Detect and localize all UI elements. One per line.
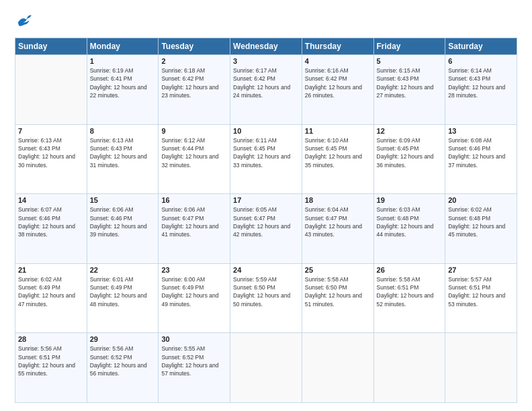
day-number: 2 [161, 57, 227, 65]
day-number: 20 [448, 196, 514, 204]
day-number: 21 [18, 266, 84, 274]
calendar-cell: 15Sunrise: 6:06 AMSunset: 6:46 PMDayligh… [87, 194, 159, 264]
weekday-header: Tuesday [159, 38, 230, 55]
calendar-cell: 7Sunrise: 6:13 AMSunset: 6:43 PMDaylight… [15, 124, 87, 194]
weekday-header: Sunday [15, 38, 87, 55]
day-info: Sunrise: 6:00 AMSunset: 6:49 PMDaylight:… [161, 275, 227, 308]
calendar-cell: 5Sunrise: 6:15 AMSunset: 6:43 PMDaylight… [373, 55, 445, 125]
day-info: Sunrise: 6:02 AMSunset: 6:49 PMDaylight:… [18, 275, 84, 308]
day-number: 7 [18, 127, 84, 135]
day-number: 5 [377, 57, 443, 65]
calendar-cell: 28Sunrise: 5:56 AMSunset: 6:51 PMDayligh… [15, 333, 87, 403]
calendar-cell: 3Sunrise: 6:17 AMSunset: 6:42 PMDaylight… [230, 55, 302, 125]
calendar-cell [445, 333, 517, 403]
day-info: Sunrise: 6:03 AMSunset: 6:48 PMDaylight:… [377, 205, 443, 238]
day-number: 10 [233, 127, 299, 135]
weekday-header: Saturday [445, 38, 517, 55]
calendar-cell: 10Sunrise: 6:11 AMSunset: 6:45 PMDayligh… [230, 124, 302, 194]
day-info: Sunrise: 6:11 AMSunset: 6:45 PMDaylight:… [233, 136, 299, 169]
day-number: 14 [18, 196, 84, 204]
calendar-cell: 30Sunrise: 5:55 AMSunset: 6:52 PMDayligh… [159, 333, 230, 403]
calendar-cell: 17Sunrise: 6:05 AMSunset: 6:47 PMDayligh… [230, 194, 302, 264]
calendar-cell: 25Sunrise: 5:58 AMSunset: 6:50 PMDayligh… [302, 263, 373, 333]
calendar-cell: 22Sunrise: 6:01 AMSunset: 6:49 PMDayligh… [87, 263, 159, 333]
calendar-cell: 4Sunrise: 6:16 AMSunset: 6:42 PMDaylight… [302, 55, 373, 125]
day-number: 17 [233, 196, 299, 204]
weekday-header: Wednesday [230, 38, 302, 55]
day-info: Sunrise: 6:01 AMSunset: 6:49 PMDaylight:… [90, 275, 156, 308]
day-number: 28 [18, 335, 84, 343]
day-number: 26 [377, 266, 443, 274]
day-info: Sunrise: 6:06 AMSunset: 6:46 PMDaylight:… [90, 205, 156, 238]
day-info: Sunrise: 6:05 AMSunset: 6:47 PMDaylight:… [233, 205, 299, 238]
day-number: 12 [377, 127, 443, 135]
calendar-cell: 23Sunrise: 6:00 AMSunset: 6:49 PMDayligh… [159, 263, 230, 333]
day-info: Sunrise: 5:55 AMSunset: 6:52 PMDaylight:… [161, 345, 227, 377]
day-info: Sunrise: 5:59 AMSunset: 6:50 PMDaylight:… [233, 275, 299, 308]
day-info: Sunrise: 6:02 AMSunset: 6:48 PMDaylight:… [448, 205, 514, 238]
calendar-week-row: 1Sunrise: 6:19 AMSunset: 6:41 PMDaylight… [15, 55, 517, 125]
day-info: Sunrise: 6:15 AMSunset: 6:43 PMDaylight:… [377, 66, 443, 99]
calendar-week-row: 14Sunrise: 6:07 AMSunset: 6:46 PMDayligh… [15, 194, 517, 264]
day-number: 1 [90, 57, 156, 65]
calendar-cell: 27Sunrise: 5:57 AMSunset: 6:51 PMDayligh… [445, 263, 517, 333]
day-number: 3 [233, 57, 299, 65]
day-info: Sunrise: 6:08 AMSunset: 6:46 PMDaylight:… [448, 136, 514, 169]
calendar-cell: 8Sunrise: 6:13 AMSunset: 6:43 PMDaylight… [87, 124, 159, 194]
day-info: Sunrise: 5:56 AMSunset: 6:52 PMDaylight:… [90, 345, 156, 377]
calendar-cell: 16Sunrise: 6:06 AMSunset: 6:47 PMDayligh… [159, 194, 230, 264]
weekday-header-row: SundayMondayTuesdayWednesdayThursdayFrid… [15, 38, 517, 55]
day-info: Sunrise: 6:13 AMSunset: 6:43 PMDaylight:… [90, 136, 156, 169]
calendar-week-row: 28Sunrise: 5:56 AMSunset: 6:51 PMDayligh… [15, 333, 517, 403]
day-number: 11 [305, 127, 371, 135]
calendar-cell: 24Sunrise: 5:59 AMSunset: 6:50 PMDayligh… [230, 263, 302, 333]
weekday-header: Thursday [302, 38, 373, 55]
calendar-cell: 13Sunrise: 6:08 AMSunset: 6:46 PMDayligh… [445, 124, 517, 194]
logo [15, 12, 35, 31]
day-info: Sunrise: 6:13 AMSunset: 6:43 PMDaylight:… [18, 136, 84, 169]
day-info: Sunrise: 6:18 AMSunset: 6:42 PMDaylight:… [161, 66, 227, 99]
day-number: 24 [233, 266, 299, 274]
day-info: Sunrise: 5:56 AMSunset: 6:51 PMDaylight:… [18, 345, 84, 377]
calendar-cell: 12Sunrise: 6:09 AMSunset: 6:45 PMDayligh… [373, 124, 445, 194]
day-info: Sunrise: 6:17 AMSunset: 6:42 PMDaylight:… [233, 66, 299, 99]
calendar-cell [373, 333, 445, 403]
day-number: 16 [161, 196, 227, 204]
weekday-header: Monday [87, 38, 159, 55]
day-info: Sunrise: 6:10 AMSunset: 6:45 PMDaylight:… [305, 136, 371, 169]
calendar-cell: 26Sunrise: 5:58 AMSunset: 6:51 PMDayligh… [373, 263, 445, 333]
calendar-cell: 6Sunrise: 6:14 AMSunset: 6:43 PMDaylight… [445, 55, 517, 125]
weekday-header: Friday [373, 38, 445, 55]
page: SundayMondayTuesdayWednesdayThursdayFrid… [0, 0, 532, 411]
day-number: 6 [448, 57, 514, 65]
day-number: 9 [161, 127, 227, 135]
calendar-cell: 29Sunrise: 5:56 AMSunset: 6:52 PMDayligh… [87, 333, 159, 403]
day-info: Sunrise: 5:58 AMSunset: 6:51 PMDaylight:… [377, 275, 443, 308]
day-info: Sunrise: 6:09 AMSunset: 6:45 PMDaylight:… [377, 136, 443, 169]
day-info: Sunrise: 6:19 AMSunset: 6:41 PMDaylight:… [90, 66, 156, 99]
calendar-table: SundayMondayTuesdayWednesdayThursdayFrid… [15, 38, 517, 403]
calendar-week-row: 21Sunrise: 6:02 AMSunset: 6:49 PMDayligh… [15, 263, 517, 333]
day-number: 13 [448, 127, 514, 135]
calendar-cell: 21Sunrise: 6:02 AMSunset: 6:49 PMDayligh… [15, 263, 87, 333]
calendar-cell: 19Sunrise: 6:03 AMSunset: 6:48 PMDayligh… [373, 194, 445, 264]
calendar-cell: 18Sunrise: 6:04 AMSunset: 6:47 PMDayligh… [302, 194, 373, 264]
calendar-week-row: 7Sunrise: 6:13 AMSunset: 6:43 PMDaylight… [15, 124, 517, 194]
calendar-cell [230, 333, 302, 403]
day-info: Sunrise: 6:07 AMSunset: 6:46 PMDaylight:… [18, 205, 84, 238]
day-number: 22 [90, 266, 156, 274]
header [15, 12, 517, 31]
day-number: 15 [90, 196, 156, 204]
calendar-cell: 14Sunrise: 6:07 AMSunset: 6:46 PMDayligh… [15, 194, 87, 264]
day-number: 19 [377, 196, 443, 204]
day-info: Sunrise: 6:04 AMSunset: 6:47 PMDaylight:… [305, 205, 371, 238]
day-number: 27 [448, 266, 514, 274]
calendar-cell: 9Sunrise: 6:12 AMSunset: 6:44 PMDaylight… [159, 124, 230, 194]
day-number: 18 [305, 196, 371, 204]
calendar-cell: 1Sunrise: 6:19 AMSunset: 6:41 PMDaylight… [87, 55, 159, 125]
day-info: Sunrise: 5:57 AMSunset: 6:51 PMDaylight:… [448, 275, 514, 308]
calendar-cell [302, 333, 373, 403]
calendar-cell: 20Sunrise: 6:02 AMSunset: 6:48 PMDayligh… [445, 194, 517, 264]
calendar-cell [15, 55, 87, 125]
calendar-cell: 2Sunrise: 6:18 AMSunset: 6:42 PMDaylight… [159, 55, 230, 125]
